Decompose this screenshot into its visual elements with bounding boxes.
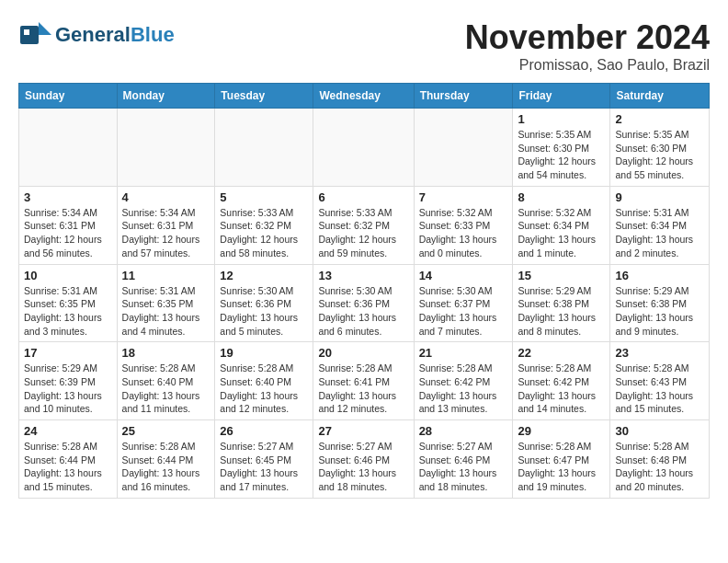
day-number: 6: [318, 190, 408, 204]
day-info: Sunrise: 5:28 AMSunset: 6:44 PMDaylight:…: [122, 440, 210, 494]
day-number: 11: [122, 269, 210, 282]
calendar-cell: 22Sunrise: 5:28 AMSunset: 6:42 PMDayligh…: [513, 342, 610, 420]
calendar-cell: 17Sunrise: 5:29 AMSunset: 6:39 PMDayligh…: [19, 342, 118, 420]
day-info: Sunrise: 5:27 AMSunset: 6:45 PMDaylight:…: [220, 440, 308, 494]
calendar-header-monday: Monday: [117, 84, 215, 109]
calendar-cell: 3Sunrise: 5:34 AMSunset: 6:31 PMDaylight…: [19, 186, 118, 264]
day-info: Sunrise: 5:30 AMSunset: 6:36 PMDaylight:…: [220, 284, 308, 339]
day-info: Sunrise: 5:28 AMSunset: 6:40 PMDaylight:…: [122, 362, 210, 416]
day-info: Sunrise: 5:28 AMSunset: 6:41 PMDaylight:…: [318, 362, 408, 416]
calendar-cell: 24Sunrise: 5:28 AMSunset: 6:44 PMDayligh…: [19, 420, 118, 499]
day-number: 19: [220, 346, 308, 360]
calendar-header-saturday: Saturday: [610, 84, 710, 109]
location: Promissao, Sao Paulo, Brazil: [465, 57, 710, 74]
day-info: Sunrise: 5:34 AMSunset: 6:31 PMDaylight:…: [122, 206, 210, 260]
day-number: 25: [122, 424, 210, 438]
day-info: Sunrise: 5:28 AMSunset: 6:42 PMDaylight:…: [419, 362, 508, 416]
day-info: Sunrise: 5:35 AMSunset: 6:30 PMDaylight:…: [615, 128, 704, 182]
day-number: 8: [518, 190, 605, 204]
logo-blue: Blue: [131, 23, 175, 46]
day-info: Sunrise: 5:34 AMSunset: 6:31 PMDaylight:…: [24, 206, 112, 260]
calendar-header-wednesday: Wednesday: [313, 84, 414, 109]
calendar-cell: 5Sunrise: 5:33 AMSunset: 6:32 PMDaylight…: [215, 186, 313, 264]
calendar-cell: 25Sunrise: 5:28 AMSunset: 6:44 PMDayligh…: [117, 420, 215, 499]
svg-rect-2: [24, 29, 29, 35]
day-number: 26: [220, 424, 308, 438]
calendar-header-tuesday: Tuesday: [215, 84, 313, 109]
calendar-cell: 16Sunrise: 5:29 AMSunset: 6:38 PMDayligh…: [610, 264, 710, 342]
calendar-header-row: SundayMondayTuesdayWednesdayThursdayFrid…: [19, 84, 710, 109]
day-number: 27: [318, 424, 408, 438]
day-number: 20: [318, 346, 408, 360]
calendar-cell: 15Sunrise: 5:29 AMSunset: 6:38 PMDayligh…: [513, 264, 610, 342]
calendar-cell: 6Sunrise: 5:33 AMSunset: 6:32 PMDaylight…: [313, 186, 414, 264]
calendar-table: SundayMondayTuesdayWednesdayThursdayFrid…: [18, 83, 710, 499]
calendar-cell: [215, 109, 313, 187]
calendar-cell: 19Sunrise: 5:28 AMSunset: 6:40 PMDayligh…: [215, 342, 313, 420]
calendar-cell: 29Sunrise: 5:28 AMSunset: 6:47 PMDayligh…: [513, 420, 610, 499]
day-number: 18: [122, 346, 210, 360]
day-number: 21: [419, 346, 508, 360]
svg-marker-1: [39, 22, 51, 35]
day-number: 2: [615, 112, 704, 126]
day-number: 24: [24, 424, 112, 438]
day-number: 16: [615, 269, 704, 282]
month-title: November 2024: [465, 18, 710, 57]
day-info: Sunrise: 5:31 AMSunset: 6:35 PMDaylight:…: [24, 284, 112, 339]
calendar-cell: [117, 109, 215, 187]
calendar-header-friday: Friday: [513, 84, 610, 109]
day-info: Sunrise: 5:29 AMSunset: 6:39 PMDaylight:…: [24, 362, 112, 416]
day-info: Sunrise: 5:28 AMSunset: 6:48 PMDaylight:…: [615, 440, 704, 494]
day-number: 4: [122, 190, 210, 204]
title-section: November 2024 Promissao, Sao Paulo, Braz…: [465, 18, 710, 74]
calendar-cell: 23Sunrise: 5:28 AMSunset: 6:43 PMDayligh…: [610, 342, 710, 420]
day-number: 22: [518, 346, 605, 360]
calendar-cell: 8Sunrise: 5:32 AMSunset: 6:34 PMDaylight…: [513, 186, 610, 264]
calendar-header-sunday: Sunday: [19, 84, 118, 109]
calendar-week-1: 1Sunrise: 5:35 AMSunset: 6:30 PMDaylight…: [19, 109, 710, 187]
day-info: Sunrise: 5:28 AMSunset: 6:47 PMDaylight:…: [518, 440, 605, 494]
day-info: Sunrise: 5:33 AMSunset: 6:32 PMDaylight:…: [318, 206, 408, 260]
calendar-cell: [313, 109, 414, 187]
calendar-cell: 18Sunrise: 5:28 AMSunset: 6:40 PMDayligh…: [117, 342, 215, 420]
calendar-cell: 1Sunrise: 5:35 AMSunset: 6:30 PMDaylight…: [513, 109, 610, 187]
calendar-cell: 2Sunrise: 5:35 AMSunset: 6:30 PMDaylight…: [610, 109, 710, 187]
day-info: Sunrise: 5:28 AMSunset: 6:44 PMDaylight:…: [24, 440, 112, 494]
day-number: 7: [419, 190, 508, 204]
day-info: Sunrise: 5:27 AMSunset: 6:46 PMDaylight:…: [318, 440, 408, 494]
day-number: 14: [419, 269, 508, 282]
day-number: 12: [220, 269, 308, 282]
calendar-cell: 21Sunrise: 5:28 AMSunset: 6:42 PMDayligh…: [414, 342, 513, 420]
calendar-cell: 12Sunrise: 5:30 AMSunset: 6:36 PMDayligh…: [215, 264, 313, 342]
day-info: Sunrise: 5:32 AMSunset: 6:33 PMDaylight:…: [419, 206, 508, 260]
day-info: Sunrise: 5:31 AMSunset: 6:35 PMDaylight:…: [122, 284, 210, 339]
calendar-week-2: 3Sunrise: 5:34 AMSunset: 6:31 PMDaylight…: [19, 186, 710, 264]
day-info: Sunrise: 5:28 AMSunset: 6:42 PMDaylight:…: [518, 362, 605, 416]
day-number: 17: [24, 346, 112, 360]
logo-general: General: [55, 23, 131, 46]
day-info: Sunrise: 5:31 AMSunset: 6:34 PMDaylight:…: [615, 206, 704, 260]
calendar-cell: 10Sunrise: 5:31 AMSunset: 6:35 PMDayligh…: [19, 264, 118, 342]
logo-icon: [18, 18, 51, 52]
logo: GeneralBlue: [18, 18, 175, 52]
day-number: 15: [518, 269, 605, 282]
calendar-cell: 9Sunrise: 5:31 AMSunset: 6:34 PMDaylight…: [610, 186, 710, 264]
day-number: 3: [24, 190, 112, 204]
calendar-week-4: 17Sunrise: 5:29 AMSunset: 6:39 PMDayligh…: [19, 342, 710, 420]
calendar-cell: 7Sunrise: 5:32 AMSunset: 6:33 PMDaylight…: [414, 186, 513, 264]
calendar-cell: 26Sunrise: 5:27 AMSunset: 6:45 PMDayligh…: [215, 420, 313, 499]
calendar-cell: 11Sunrise: 5:31 AMSunset: 6:35 PMDayligh…: [117, 264, 215, 342]
day-info: Sunrise: 5:35 AMSunset: 6:30 PMDaylight:…: [518, 128, 605, 182]
day-number: 30: [615, 424, 704, 438]
calendar-cell: 4Sunrise: 5:34 AMSunset: 6:31 PMDaylight…: [117, 186, 215, 264]
calendar-week-5: 24Sunrise: 5:28 AMSunset: 6:44 PMDayligh…: [19, 420, 710, 499]
day-info: Sunrise: 5:30 AMSunset: 6:37 PMDaylight:…: [419, 284, 508, 339]
day-number: 1: [518, 112, 605, 126]
day-number: 10: [24, 269, 112, 282]
day-number: 29: [518, 424, 605, 438]
day-info: Sunrise: 5:28 AMSunset: 6:43 PMDaylight:…: [615, 362, 704, 416]
calendar-cell: 20Sunrise: 5:28 AMSunset: 6:41 PMDayligh…: [313, 342, 414, 420]
calendar-cell: 14Sunrise: 5:30 AMSunset: 6:37 PMDayligh…: [414, 264, 513, 342]
day-info: Sunrise: 5:32 AMSunset: 6:34 PMDaylight:…: [518, 206, 605, 260]
calendar-cell: 28Sunrise: 5:27 AMSunset: 6:46 PMDayligh…: [414, 420, 513, 499]
